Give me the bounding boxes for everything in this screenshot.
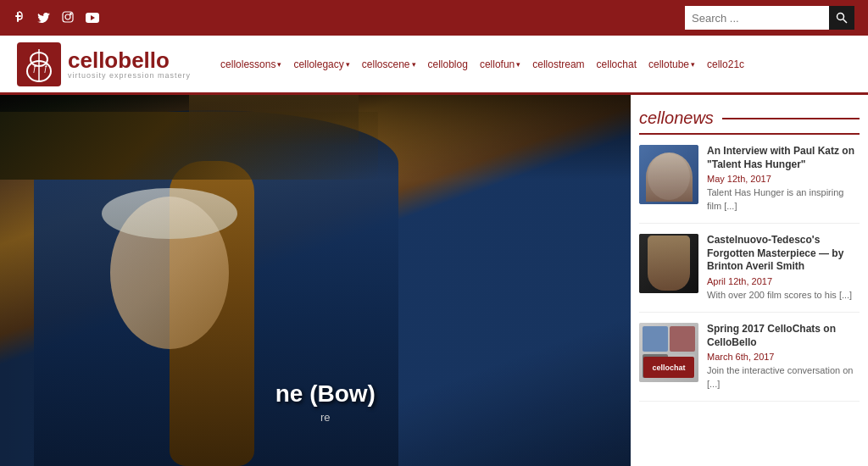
search-button[interactable] [829, 6, 854, 30]
logo[interactable]: ƒ ƒ cellobello virtuosity expression mas… [17, 42, 191, 86]
news-item-0[interactable]: An Interview with Paul Katz on "Talent H… [639, 145, 860, 224]
svg-line-8 [843, 19, 848, 24]
thumb-wrapper-0 [639, 145, 698, 204]
nav-arrow-cellolegacy: ▾ [346, 60, 350, 69]
nav-arrow-cellolessons: ▾ [277, 60, 281, 69]
arm-overlay-2 [189, 95, 359, 146]
thumb-label-2: cellochat [643, 357, 694, 378]
news-thumb-2: cellochat [639, 323, 698, 382]
navbar: ƒ ƒ cellobello virtuosity expression mas… [0, 36, 868, 95]
logo-tagline: virtuosity expression mastery [68, 71, 191, 80]
logo-cello: cello [68, 47, 118, 73]
nav-arrow-cellotube: ▾ [691, 60, 695, 69]
youtube-icon[interactable] [86, 11, 99, 25]
nav-item-cellotube[interactable]: cellotube▾ [644, 55, 699, 74]
news-content-2: Spring 2017 CelloChats on CelloBello Mar… [707, 323, 860, 391]
hero-caption: ne (Bow) re [275, 380, 376, 424]
svg-point-3 [65, 14, 70, 19]
logo-bello: bello [118, 47, 170, 73]
nav-links: cellolessons▾cellolegacy▾celloscene▾cell… [216, 55, 748, 74]
news-date-0: May 12th, 2017 [707, 174, 860, 184]
nav-item-cellostream[interactable]: cellostream [528, 55, 588, 74]
news-excerpt-1: With over 200 film scores to his [...] [707, 289, 860, 302]
nav-item-cellolessons[interactable]: cellolessons▾ [216, 55, 286, 74]
topbar [0, 0, 868, 36]
nav-item-celloscene[interactable]: celloscene▾ [358, 55, 420, 74]
hair-area [102, 188, 237, 239]
nav-item-cellochat[interactable]: cellochat [593, 55, 641, 74]
svg-point-4 [70, 13, 72, 14]
svg-point-7 [837, 14, 844, 20]
nav-item-cello21c[interactable]: cello21c [703, 55, 748, 74]
thumb-wrapper-1 [639, 234, 698, 293]
news-item-1[interactable]: Castelnuovo-Tedesco's Forgotten Masterpi… [639, 234, 860, 313]
news-content-1: Castelnuovo-Tedesco's Forgotten Masterpi… [707, 234, 860, 302]
svg-rect-1 [15, 15, 21, 17]
news-list: An Interview with Paul Katz on "Talent H… [639, 145, 860, 402]
news-excerpt-2: Join the interactive conversation on [..… [707, 364, 860, 391]
nav-arrow-cellofun: ▾ [516, 60, 520, 69]
sidebar-title: cellonews [639, 103, 860, 135]
logo-name: cellobello [68, 49, 191, 71]
news-title-0[interactable]: An Interview with Paul Katz on "Talent H… [707, 145, 860, 171]
instagram-icon[interactable] [62, 11, 74, 25]
nav-item-cellofun[interactable]: cellofun▾ [476, 55, 525, 74]
svg-text:ƒ: ƒ [43, 64, 48, 73]
news-item-2[interactable]: cellochat Spring 2017 CelloChats on Cell… [639, 323, 860, 402]
logo-icon: ƒ ƒ [17, 42, 61, 86]
svg-text:ƒ: ƒ [32, 64, 37, 73]
twitter-icon[interactable] [37, 11, 50, 25]
main-content: ne (Bow) re cellonews An Interview with … [0, 95, 868, 466]
social-icons [14, 11, 99, 25]
news-thumb-0 [639, 145, 698, 204]
sidebar: cellonews An Interview with Paul Katz on… [631, 95, 868, 466]
nav-item-cellolegacy[interactable]: cellolegacy▾ [289, 55, 353, 74]
nav-item-celloblog[interactable]: celloblog [424, 55, 472, 74]
search-bar [685, 6, 854, 30]
news-title-2[interactable]: Spring 2017 CelloChats on CelloBello [707, 323, 860, 349]
thumb-wrapper-2: cellochat [639, 323, 698, 382]
caption-main: ne (Bow) [275, 380, 376, 408]
hero-section: ne (Bow) re [0, 95, 631, 466]
caption-sub: re [275, 411, 376, 424]
title-divider [722, 118, 860, 119]
news-thumb-1 [639, 234, 698, 293]
logo-text-container: cellobello virtuosity expression mastery [68, 49, 191, 80]
news-excerpt-0: Talent Has Hunger is an inspiring film [… [707, 186, 860, 213]
news-title-1[interactable]: Castelnuovo-Tedesco's Forgotten Masterpi… [707, 234, 860, 274]
sidebar-title-text: cellonews [639, 108, 714, 128]
news-date-2: March 6th, 2017 [707, 352, 860, 362]
facebook-icon[interactable] [14, 11, 25, 25]
news-content-0: An Interview with Paul Katz on "Talent H… [707, 145, 860, 213]
nav-arrow-celloscene: ▾ [412, 60, 416, 69]
news-date-1: April 12th, 2017 [707, 276, 860, 286]
search-input[interactable] [685, 6, 829, 30]
